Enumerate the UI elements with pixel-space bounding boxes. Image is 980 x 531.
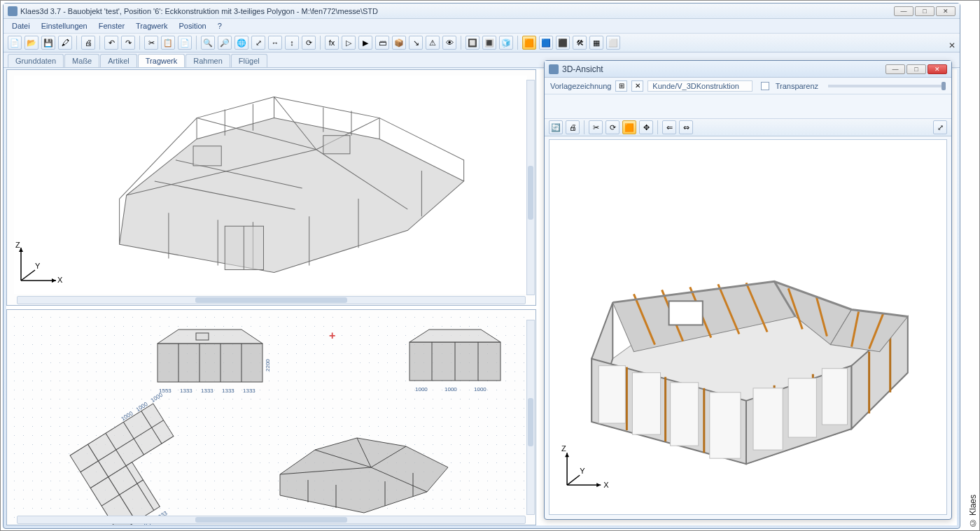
tool-edit-icon[interactable]: 🖍 <box>58 36 72 50</box>
ftool-shade-icon[interactable]: 🟧 <box>622 120 636 134</box>
svg-marker-23 <box>158 330 262 344</box>
svg-text:1333: 1333 <box>201 388 214 394</box>
float-titlebar[interactable]: 3D-Ansicht — □ ✕ <box>545 61 951 78</box>
tool-panv-icon[interactable]: ↕ <box>285 36 299 50</box>
tool-zoomout-icon[interactable]: 🔎 <box>218 36 232 50</box>
ftool-rotate-icon[interactable]: ⟳ <box>606 120 620 134</box>
tool-cut-icon[interactable]: ✂ <box>144 36 158 50</box>
tab-grunddaten[interactable]: Grunddaten <box>8 54 64 67</box>
menu-datei[interactable]: Datei <box>8 20 34 31</box>
svg-rect-78 <box>632 373 660 434</box>
float-minimize-button[interactable]: — <box>886 64 905 74</box>
svg-rect-80 <box>710 392 741 458</box>
minimize-button[interactable]: — <box>894 6 913 16</box>
tool-db-icon[interactable]: 🗃 <box>375 36 389 50</box>
tool-print-icon[interactable]: 🖨 <box>81 36 95 50</box>
tool-shade2-icon[interactable]: 🟦 <box>539 36 553 50</box>
tool-open-icon[interactable]: 📂 <box>24 36 38 50</box>
window-title: Klaes3d 3.7 - Bauobjekt 'test', Position… <box>20 7 894 15</box>
tool-blank-icon[interactable]: ⬜ <box>606 36 620 50</box>
transparency-checkbox[interactable] <box>761 82 769 90</box>
tool-rotate-icon[interactable]: ⟳ <box>302 36 316 50</box>
float-toolbar: 🔄 🖨 ✂ ⟳ 🟧 ✥ ⇐ ⇔ ⤢ <box>545 118 951 136</box>
toolbar-close-icon[interactable]: ✕ <box>948 41 955 50</box>
svg-rect-28 <box>196 333 209 340</box>
maximize-button[interactable]: □ <box>915 6 934 16</box>
menu-tragwerk[interactable]: Tragwerk <box>132 20 172 31</box>
tool-eye-icon[interactable]: 👁 <box>442 36 456 50</box>
tool-shade3-icon[interactable]: ⬛ <box>556 36 570 50</box>
svg-text:1000: 1000 <box>415 386 428 392</box>
svg-marker-18 <box>52 278 56 283</box>
ftool-prev-icon[interactable]: ⇐ <box>662 120 676 134</box>
toolbar-separator <box>99 36 100 50</box>
tool-globe-icon[interactable]: 🌐 <box>234 36 248 50</box>
float-3d-canvas[interactable]: X Z Y <box>549 139 947 515</box>
close-button[interactable]: ✕ <box>936 6 955 16</box>
tool-run-icon[interactable]: ▶ <box>358 36 372 50</box>
float-maximize-button[interactable]: □ <box>906 64 926 74</box>
tool-doc-icon[interactable]: 📄 <box>178 36 192 50</box>
svg-rect-22 <box>158 344 262 382</box>
scrollbar-vertical[interactable] <box>526 320 535 515</box>
svg-marker-36 <box>410 330 500 342</box>
ftool-refresh-icon[interactable]: 🔄 <box>549 120 563 134</box>
svg-text:1333: 1333 <box>180 388 192 394</box>
transparency-slider[interactable] <box>828 85 946 87</box>
menu-fenster[interactable]: Fenster <box>94 20 129 31</box>
tool-new-icon[interactable]: 📄 <box>8 36 22 50</box>
ftool-expand-icon[interactable]: ⤢ <box>933 120 947 134</box>
toolbar-separator <box>320 36 321 50</box>
tool-view2-icon[interactable]: 🔳 <box>482 36 496 50</box>
tab-rahmen[interactable]: Rahmen <box>186 54 230 67</box>
tab-tragwerk[interactable]: Tragwerk <box>138 54 185 67</box>
tool-save-icon[interactable]: 💾 <box>41 36 55 50</box>
tool-arrow-icon[interactable]: ↘ <box>409 36 423 50</box>
tab-masse[interactable]: Maße <box>64 54 99 67</box>
tool-redo-icon[interactable]: ↷ <box>121 36 135 50</box>
svg-marker-57 <box>280 438 448 513</box>
window-3d-ansicht[interactable]: 3D-Ansicht — □ ✕ Vorlagezeichnung ⊞ ✕ Ku… <box>544 60 952 520</box>
tool-box-icon[interactable]: 📦 <box>392 36 406 50</box>
tool-fit-icon[interactable]: ⤢ <box>251 36 265 50</box>
tool-view1-icon[interactable]: 🔲 <box>465 36 479 50</box>
toolbar-separator <box>196 36 197 50</box>
app-icon <box>8 6 18 16</box>
vorlage-picker-icon[interactable]: ⊞ <box>615 80 627 92</box>
menu-help[interactable]: ? <box>214 20 226 31</box>
tool-grid-icon[interactable]: ▦ <box>589 36 603 50</box>
float-options-row: Vorlagezeichnung ⊞ ✕ Kunde/V_3DKonstrukt… <box>545 78 951 94</box>
tool-paste-icon[interactable]: 📋 <box>161 36 175 50</box>
tab-fluegel[interactable]: Flügel <box>231 54 267 67</box>
menu-einstellungen[interactable]: Einstellungen <box>37 20 92 31</box>
tool-fx-icon[interactable]: fx <box>325 36 339 50</box>
tab-artikel[interactable]: Artikel <box>100 54 137 67</box>
menu-position[interactable]: Position <box>174 20 210 31</box>
viewport-3d[interactable] <box>14 76 527 294</box>
scrollbar-horizontal[interactable] <box>17 516 526 524</box>
tool-play-icon[interactable]: ▷ <box>342 36 356 50</box>
tool-undo-icon[interactable]: ↶ <box>104 36 118 50</box>
vorlage-clear-icon[interactable]: ✕ <box>631 80 643 92</box>
tool-zoomin-icon[interactable]: 🔍 <box>201 36 215 50</box>
tool-config-icon[interactable]: 🛠 <box>573 36 587 50</box>
pane-orthographic[interactable]: + 1553 1333 1333 1333 1333 2200 <box>6 309 536 525</box>
vorlage-field[interactable]: Kunde/V_3DKonstruktion <box>648 80 752 92</box>
tool-warn-icon[interactable]: ⚠ <box>426 36 440 50</box>
tool-panh-icon[interactable]: ↔ <box>268 36 282 50</box>
window-controls: — □ ✕ <box>894 6 955 16</box>
ftool-pan-icon[interactable]: ✥ <box>639 120 653 134</box>
pane-3d-overview[interactable]: X Z Y <box>6 69 536 306</box>
svg-text:X: X <box>603 481 609 489</box>
copyright-label: © Klaes <box>968 495 978 528</box>
tool-view3-icon[interactable]: 🧊 <box>499 36 513 50</box>
axis-y-label: Y <box>35 262 41 270</box>
tool-shade1-icon[interactable]: 🟧 <box>522 36 536 50</box>
scrollbar-horizontal[interactable] <box>17 296 526 304</box>
ftool-cut-icon[interactable]: ✂ <box>589 120 603 134</box>
scrollbar-vertical[interactable] <box>526 80 535 295</box>
toolbar-separator <box>657 120 658 134</box>
ftool-next-icon[interactable]: ⇔ <box>679 120 693 134</box>
float-close-button[interactable]: ✕ <box>927 64 947 74</box>
ftool-print-icon[interactable]: 🖨 <box>566 120 580 134</box>
